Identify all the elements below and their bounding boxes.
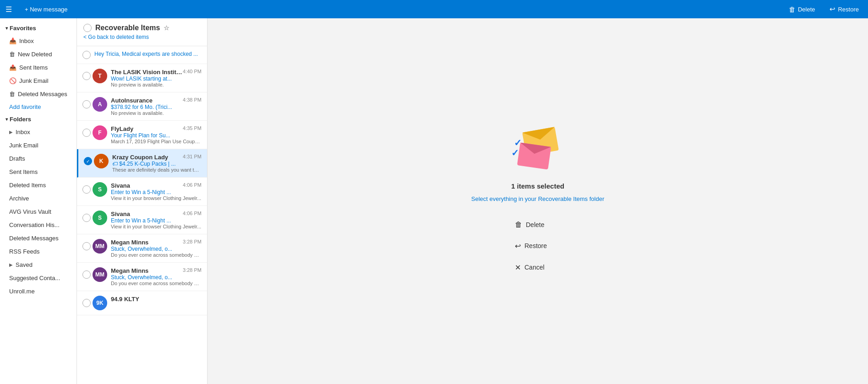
select-all-check[interactable] (83, 24, 92, 32)
message-time: 4:06 PM (183, 211, 202, 216)
message-check[interactable] (82, 72, 91, 80)
message-preview: No preview is available. (111, 110, 202, 116)
content-restore-label: Restore (524, 242, 547, 249)
sidebar-item-folder-suggested-conta[interactable]: Suggested Conta... (0, 271, 76, 285)
message-time: 4:40 PM (183, 69, 202, 74)
select-all-link[interactable]: Select everything in your Recoverable It… (471, 195, 604, 202)
favorites-label: Favorites (10, 25, 36, 32)
sidebar-item-folder-avg-virus-vault[interactable]: AVG Virus Vault (0, 205, 76, 218)
favorites-chevron-icon: ▾ (5, 26, 8, 31)
sidebar-item-folder-archive[interactable]: Archive (0, 192, 76, 205)
sidebar-item-fav-junk-email[interactable]: 🚫 Junk Email (0, 74, 76, 87)
saved-expand-icon: ▶ (9, 262, 13, 267)
checkmark-icon-2: ✓ (511, 147, 519, 158)
message-list-title: Recoverable Items (95, 24, 160, 32)
message-sender: AutoInsurance (111, 97, 153, 104)
message-check[interactable] (82, 270, 91, 279)
message-check[interactable]: ✓ (84, 157, 92, 165)
sidebar-item-folder-inbox[interactable]: ▶ Inbox (0, 125, 76, 139)
list-item[interactable]: MM Megan Minns 3:28 PM Stuck, Overwhelme… (77, 263, 207, 291)
content-cancel-button[interactable]: ✕ Cancel (506, 260, 570, 276)
message-subject: Stuck, Overwhelmed, o... (111, 274, 202, 281)
content-inner: ✓ ✓ 1 items selected Select everything i… (471, 127, 604, 276)
sidebar-item-fav-inbox[interactable]: 📥 Inbox (0, 34, 76, 48)
sidebar-item-fav-deleted-messages[interactable]: 🗑 Deleted Messages (0, 87, 76, 101)
delete-button[interactable]: 🗑 Delete (785, 4, 819, 15)
message-preview: Do you ever come across somebody an... (111, 281, 202, 286)
sidebar-item-fav-new-deleted[interactable]: 🗑 New Deleted (0, 48, 76, 61)
folders-label: Folders (10, 116, 31, 123)
message-preview: View it in your browser Clothing Jewelr.… (111, 224, 202, 229)
message-check[interactable] (82, 51, 91, 59)
message-sender: Sivana (111, 211, 130, 217)
sidebar-item-folder-sent-items[interactable]: Sent Items (0, 165, 76, 178)
avatar: K (94, 154, 109, 168)
message-time: 4:38 PM (183, 97, 202, 103)
sidebar-item-folder-saved[interactable]: ▶ Saved (0, 258, 76, 271)
message-check[interactable] (82, 214, 91, 222)
restore-icon: ↩ (830, 5, 835, 13)
avatar: T (93, 69, 107, 83)
list-item[interactable]: S Sivana 4:06 PM Enter to Win a 5-Night … (77, 178, 207, 206)
list-item[interactable]: T The LASIK Vision Institute 4:40 PM Wow… (77, 64, 207, 92)
list-item[interactable]: Hey Tricia, Medical experts are shocked … (77, 46, 207, 64)
sidebar-item-folder-unroll-me[interactable]: Unroll.me (0, 285, 76, 298)
message-time: 4:31 PM (183, 154, 202, 159)
content-cancel-label: Cancel (524, 264, 545, 271)
message-sender: The LASIK Vision Institute (111, 69, 183, 76)
list-item[interactable]: A AutoInsurance 4:38 PM $378.92 for 6 Mo… (77, 92, 207, 121)
new-message-button[interactable]: + New message (21, 4, 71, 15)
list-item[interactable]: ✓ K Krazy Coupon Lady 4:31 PM 🏷 $4.25 K-… (77, 149, 207, 178)
sidebar-item-folder-junk-email[interactable]: Junk Email (0, 139, 76, 152)
messages-scroll: Hey Tricia, Medical experts are shocked … (77, 46, 207, 384)
avatar: 9K (93, 296, 107, 310)
message-check[interactable] (82, 299, 91, 307)
avatar: F (93, 125, 107, 140)
list-item[interactable]: 9K 94.9 KLTY (77, 291, 207, 315)
restore-button[interactable]: ↩ Restore (826, 3, 863, 15)
content-delete-label: Delete (526, 221, 544, 228)
avatar: S (93, 211, 107, 225)
new-message-label: + New message (25, 6, 68, 13)
sidebar-item-folder-deleted-items[interactable]: Deleted Items (0, 178, 76, 192)
hamburger-icon[interactable]: ☰ (5, 5, 12, 14)
content-delete-button[interactable]: 🗑 Delete (506, 217, 570, 233)
go-back-link[interactable]: < Go back to deleted items (83, 32, 201, 43)
sidebar-item-folder-conversation-his[interactable]: Conversation His... (0, 218, 76, 232)
message-subject: Wow! LASIK starting at... (111, 76, 202, 82)
message-check[interactable] (82, 185, 91, 194)
message-check[interactable] (82, 129, 91, 137)
folders-section[interactable]: ▾ Folders (0, 113, 76, 125)
sidebar-item-folder-drafts[interactable]: Drafts (0, 152, 76, 165)
inbox-icon: 📥 (9, 38, 16, 44)
content-cancel-icon: ✕ (515, 263, 521, 272)
pink-envelope (517, 142, 551, 169)
message-subject: $378.92 for 6 Mo. (Trici... (111, 104, 202, 110)
sidebar-item-fav-sent-items[interactable]: 📤 Sent Items (0, 61, 76, 74)
envelope-graphic: ✓ ✓ (510, 127, 565, 173)
sidebar-item-folder-rss-feeds[interactable]: RSS Feeds (0, 245, 76, 258)
list-item[interactable]: S Sivana 4:06 PM Enter to Win a 5-Night … (77, 206, 207, 234)
message-preview: March 17, 2019 Flight Plan Use Coupon... (111, 139, 202, 144)
message-subject: Enter to Win a 5-Night ... (111, 217, 202, 224)
message-check[interactable] (82, 100, 91, 108)
message-preview: Do you ever come across somebody an... (111, 252, 202, 258)
add-favorite-button[interactable]: Add favorite (0, 101, 76, 113)
favorites-section[interactable]: ▾ Favorites (0, 22, 76, 34)
avatar: A (93, 97, 107, 112)
inbox-expand-icon: ▶ (9, 130, 13, 135)
list-item[interactable]: F FlyLady 4:35 PM Your Flight Plan for S… (77, 121, 207, 149)
message-sender: Krazy Coupon Lady (112, 154, 168, 161)
message-preview: No preview is available. (111, 82, 202, 87)
message-list: Recoverable Items ☆ < Go back to deleted… (77, 18, 207, 384)
message-subject: Hey Tricia, Medical experts are shocked … (94, 51, 202, 57)
list-item[interactable]: MM Megan Minns 3:28 PM Stuck, Overwhelme… (77, 234, 207, 263)
star-icon[interactable]: ☆ (164, 24, 169, 32)
restore-label: Restore (838, 6, 859, 13)
message-subject: Stuck, Overwhelmed, o... (111, 246, 202, 252)
message-check[interactable] (82, 242, 91, 250)
sidebar-item-folder-deleted-messages[interactable]: Deleted Messages (0, 232, 76, 245)
message-sender: Megan Minns (111, 267, 148, 274)
message-list-header: Recoverable Items ☆ < Go back to deleted… (77, 18, 207, 46)
content-restore-button[interactable]: ↩ Restore (506, 238, 570, 254)
